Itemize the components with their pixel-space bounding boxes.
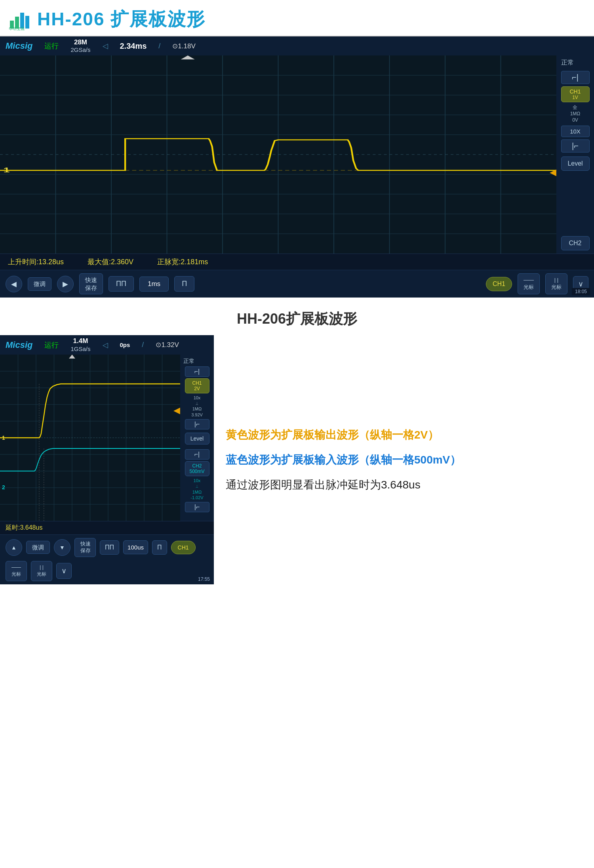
scope2-quick-save-btn[interactable]: 快速 保存 xyxy=(74,538,96,557)
scope1-time-btn[interactable]: 1ms xyxy=(139,277,169,292)
scope1-divider1: ◁ xyxy=(103,42,108,50)
scope2-up-arrow-btn[interactable]: ▲ xyxy=(6,539,22,556)
scope2-ch1-btn[interactable]: CH1 2V xyxy=(185,378,209,393)
scope2-screen: 1 2 ◀ xyxy=(0,355,180,521)
scope1-time-div: 2.34ms xyxy=(120,42,147,51)
scope1-measurements: 上升时间:13.28us 最大值:2.360V 正脉宽:2.181ms xyxy=(0,254,594,270)
scope2-time-ref: 0ps xyxy=(120,341,130,348)
annotation-delay: 通过波形图明显看出脉冲延时为3.648us xyxy=(226,477,582,492)
scope1-quick-save-btn[interactable]: 快速 保存 xyxy=(79,273,103,294)
annotation-yellow: 黄色波形为扩展板输出波形（纵轴一格2V） xyxy=(226,427,582,443)
scope2-display-wrapper: 1 2 ◀ 正常 ⌐| CH1 xyxy=(0,355,214,521)
scope1-max-val: 最大值:2.360V xyxy=(88,257,133,267)
scope1-fine-adj-btn[interactable]: 微调 xyxy=(28,277,51,291)
scope2-trigger-arrow: ◀ xyxy=(173,405,180,416)
scope1-ch1-btn[interactable]: CH1 1V xyxy=(561,86,590,102)
scope2-ch1-detail: 10x ⟂ 1MΩ 3.92V xyxy=(191,395,203,418)
annotation-blue: 蓝色波形为扩展板输入波形（纵轴一格500mV） xyxy=(226,452,582,467)
logo-area: 华明变频 HH-206 扩展板波形 xyxy=(8,7,206,32)
svg-text:1: 1 xyxy=(2,435,5,441)
scope1-wave-double-btn[interactable]: ΠΠ xyxy=(109,276,134,292)
scope1-status: 运行 xyxy=(44,41,59,51)
scope1-trigger-arrow: ◀ xyxy=(550,167,556,177)
scope2-ch2-btn[interactable]: CH2 500mV xyxy=(185,461,209,476)
scope1-fall-edge-btn[interactable]: |⌐ xyxy=(561,139,590,153)
scope2-delay-time: 延时:3.648us xyxy=(6,524,42,532)
scope2-status: 运行 xyxy=(44,340,59,350)
scope1-normal-badge: 正常 xyxy=(561,59,574,67)
scope2-ch2-rise-btn[interactable]: ⌐| xyxy=(185,449,209,460)
scope1-ch1-detail: 全 1MΩ 0V xyxy=(570,105,581,123)
scope2-controls: ▲ 微调 ▼ 快速 保存 ΠΠ 100us Π CH1 —— 光标 | | 光标… xyxy=(0,534,214,584)
scope1-trigger: ⊙1.18V xyxy=(172,42,195,50)
scope2-memory: 1.4M xyxy=(73,337,88,345)
scope2-sample-rate: 1GSa/s xyxy=(70,345,90,353)
scope2-time-btn[interactable]: 100us xyxy=(123,540,148,554)
scope1-controls: ◀ 微调 ▶ 快速 保存 ΠΠ 1ms Π CH1 —— 光标 | | 光标 ∨… xyxy=(0,270,594,298)
scope2-normal-badge: 正常 xyxy=(183,358,194,365)
scope1-ch1-ctrl-btn[interactable]: CH1 xyxy=(486,277,512,291)
scope2-ch1-rise-btn[interactable]: ⌐| xyxy=(185,366,209,377)
scope1-brand: Micsig xyxy=(6,41,32,51)
scope2-ch2-fall-btn[interactable]: |⌐ xyxy=(185,502,209,512)
scope2-level-btn[interactable]: Level xyxy=(185,433,209,444)
scope2-brand: Micsig xyxy=(6,340,32,350)
scope1-grid-svg: 1 xyxy=(0,55,556,254)
scope2-cursor2-btn[interactable]: | | 光标 xyxy=(31,561,52,581)
scope1-rise-time: 上升时间:13.28us xyxy=(8,257,64,267)
company-logo: 华明变频 xyxy=(8,9,32,31)
scope1-display-wrapper: 1 ◀ 正常 ⌐| CH1 1V 全 xyxy=(0,55,594,254)
scope2-ch1-fall-btn[interactable]: |⌐ xyxy=(185,419,209,429)
scope1-rise-edge-btn[interactable]: ⌐| xyxy=(561,71,590,84)
scope1-ch2-btn[interactable]: CH2 xyxy=(561,236,590,250)
scope1-sample-rate: 2GSa/s xyxy=(70,46,90,53)
scope1-10x-badge: 10X xyxy=(561,126,590,137)
page-header: 华明变频 HH-206 扩展板波形 xyxy=(0,0,594,36)
scope2-left: Micsig 运行 1.4M 1GSa/s ◁ 0ps / ⊙1.32V xyxy=(0,335,214,584)
scope1-time-display: 18:05 xyxy=(572,288,590,295)
scope2-ch2-detail: 10x ⟂ 1MΩ -1.02V xyxy=(190,478,203,500)
section2-title: HH-206扩展板波形 xyxy=(0,298,594,335)
scope2-cursor1-btn[interactable]: —— 光标 xyxy=(6,561,27,581)
scope1-level-btn[interactable]: Level xyxy=(561,156,590,171)
scope2-annotations: 黄色波形为扩展板输出波形（纵轴一格2V） 蓝色波形为扩展板输入波形（纵轴一格50… xyxy=(214,335,594,584)
scope1-right-arrow-btn[interactable]: ▶ xyxy=(57,276,74,292)
scope1-top-bar: Micsig 运行 28M 2GSa/s ◁ 2.34ms / ⊙1.18V xyxy=(0,36,594,55)
scope1-wave-single-btn[interactable]: Π xyxy=(174,276,194,292)
scope1-memory-block: 28M 2GSa/s xyxy=(70,38,90,53)
scope2-right-panel: 正常 ⌐| CH1 2V 10x ⟂ 1MΩ 3.92V |⌐ Level xyxy=(180,355,214,521)
scope2-ch1-ctrl-btn[interactable]: CH1 xyxy=(171,541,196,554)
scope2-grid-svg: 1 2 xyxy=(0,355,180,521)
scope2-trigger: ⊙1.32V xyxy=(156,341,179,349)
scope1-pulse-width: 正脉宽:2.181ms xyxy=(157,257,208,267)
scope1-divider2: / xyxy=(158,42,160,50)
scope1-screen: 1 ◀ xyxy=(0,55,556,254)
scope1-right-panel: 正常 ⌐| CH1 1V 全 1MΩ 0V 10X |⌐ Level CH2 xyxy=(556,55,594,254)
svg-text:华明变频: 华明变频 xyxy=(9,27,25,31)
scope1-cursor1-btn[interactable]: —— 光标 xyxy=(518,273,540,294)
svg-rect-3 xyxy=(25,16,29,29)
header-title: HH-206 扩展板波形 xyxy=(37,7,206,32)
scope2-wave-single-btn[interactable]: Π xyxy=(152,540,167,555)
scope2-top-bar: Micsig 运行 1.4M 1GSa/s ◁ 0ps / ⊙1.32V xyxy=(0,335,214,354)
scope2-wave-double-btn[interactable]: ΠΠ xyxy=(100,540,119,555)
scope1-memory: 28M xyxy=(74,38,87,46)
scope2-section: Micsig 运行 1.4M 1GSa/s ◁ 0ps / ⊙1.32V xyxy=(0,335,594,596)
oscilloscope-1: Micsig 运行 28M 2GSa/s ◁ 2.34ms / ⊙1.18V xyxy=(0,36,594,298)
scope2-measurements: 延时:3.648us xyxy=(0,521,214,534)
svg-rect-2 xyxy=(20,13,24,29)
scope2-expand-btn[interactable]: ∨ xyxy=(56,563,72,579)
scope2-memory-block: 1.4M 1GSa/s xyxy=(70,337,90,352)
scope1-cursor2-btn[interactable]: | | 光标 xyxy=(545,273,567,294)
svg-text:2: 2 xyxy=(2,484,5,490)
scope1-left-arrow-btn[interactable]: ◀ xyxy=(6,276,22,292)
scope2-fine-adj-btn[interactable]: 微调 xyxy=(26,541,50,554)
scope2-time-display: 17:55 xyxy=(198,576,210,582)
scope2-down-arrow-btn[interactable]: ▼ xyxy=(54,539,70,556)
